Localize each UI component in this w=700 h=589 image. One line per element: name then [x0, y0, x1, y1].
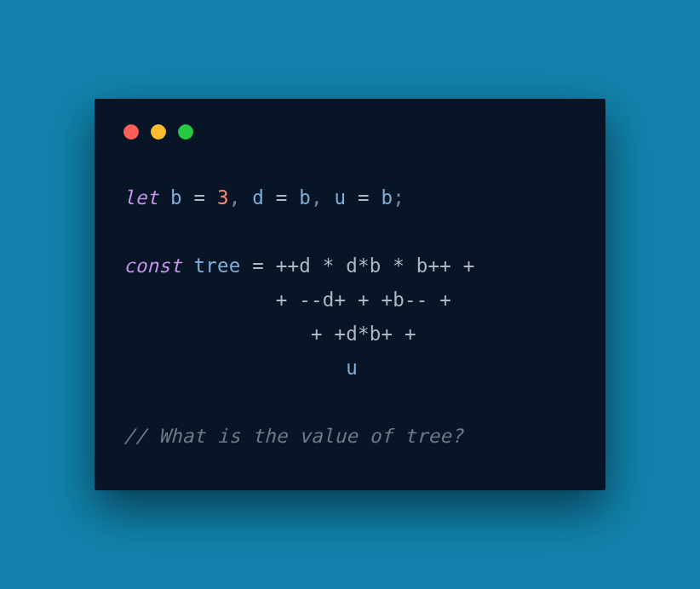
close-icon[interactable] — [123, 124, 139, 140]
blank-line — [123, 391, 135, 413]
comma: , — [311, 186, 335, 209]
blank-line — [123, 220, 135, 243]
op-eq: = — [264, 186, 299, 209]
minimize-icon[interactable] — [151, 124, 166, 140]
var-b: b — [382, 186, 393, 209]
expr-line-2: + --d+ + +b-- + — [123, 289, 451, 311]
var-b: b — [299, 186, 311, 209]
var-b: b — [170, 186, 182, 209]
keyword-let: let — [123, 186, 158, 209]
keyword-const: const — [123, 254, 182, 277]
expr-line-4: u — [123, 357, 358, 379]
op-eq: = — [182, 186, 217, 209]
comment: // What is the value of tree? — [123, 425, 463, 447]
zoom-icon[interactable] — [178, 124, 193, 140]
expr-line-3: + +d*b+ + — [123, 323, 416, 345]
op-eq: = — [346, 186, 381, 209]
var-d: d — [252, 186, 264, 209]
var-u: u — [335, 186, 347, 209]
comma: , — [229, 186, 253, 209]
op-eq: = — [240, 254, 275, 277]
space — [182, 254, 194, 277]
traffic-lights — [123, 124, 577, 140]
num-3: 3 — [217, 186, 229, 209]
var-tree: tree — [193, 254, 240, 277]
code-block: let b = 3, d = b, u = b; const tree = ++… — [123, 180, 577, 453]
semicolon: ; — [393, 186, 405, 209]
expr-line-1: ++d * d*b * b++ + — [276, 254, 475, 277]
code-window: let b = 3, d = b, u = b; const tree = ++… — [95, 99, 605, 490]
